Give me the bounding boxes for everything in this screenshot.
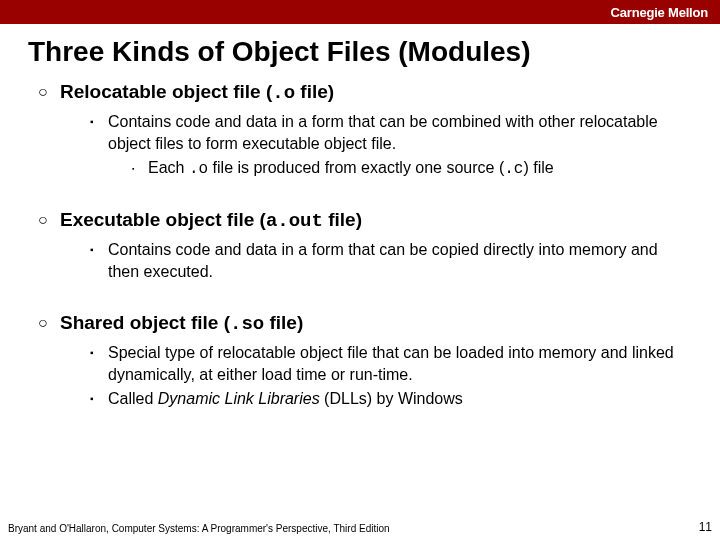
brand-label: Carnegie Mellon [611,5,708,20]
small-square-bullet-icon: ▪ [132,158,148,180]
head-code: .so [230,313,264,335]
bullet-icon: ○ [38,80,60,104]
item-heading: Executable object file (a.out file) [60,208,362,233]
slide: Carnegie Mellon Three Kinds of Object Fi… [0,0,720,540]
sub-item: ▪ Special type of relocatable object fil… [90,342,688,386]
head-pre: Relocatable object file ( [60,81,272,102]
slide-body: ○ Relocatable object file (.o file) ▪ Co… [0,72,720,540]
sub-text: Special type of relocatable object file … [108,342,688,386]
sub-text-wrap: Contains code and data in a form that ca… [108,111,688,180]
square-bullet-icon: ▪ [90,111,108,133]
item-relocatable: ○ Relocatable object file (.o file) ▪ Co… [38,80,688,180]
subsub-text: Each .o file is produced from exactly on… [148,157,554,180]
head-code: a.out [266,210,323,232]
sub-item: ▪ Contains code and data in a form that … [90,239,688,283]
slide-title: Three Kinds of Object Files (Modules) [0,24,720,72]
sub-item: ▪ Called Dynamic Link Libraries (DLLs) b… [90,388,688,410]
header-bar: Carnegie Mellon [0,0,720,24]
item-heading: Relocatable object file (.o file) [60,80,334,105]
sub-text: Called Dynamic Link Libraries (DLLs) by … [108,388,463,410]
footer-attribution: Bryant and O'Hallaron, Computer Systems:… [8,523,390,534]
sub-text: Contains code and data in a form that ca… [108,239,688,283]
item-executable: ○ Executable object file (a.out file) ▪ … [38,208,688,283]
bullet-icon: ○ [38,208,60,232]
head-pre: Shared object file ( [60,312,230,333]
square-bullet-icon: ▪ [90,388,108,410]
item-shared: ○ Shared object file (.so file) ▪ Specia… [38,311,688,410]
square-bullet-icon: ▪ [90,239,108,261]
square-bullet-icon: ▪ [90,342,108,364]
bullet-icon: ○ [38,311,60,335]
page-number: 11 [699,520,712,534]
head-post: file) [295,81,334,102]
subsub-item: ▪ Each .o file is produced from exactly … [132,157,688,180]
item-heading: Shared object file (.so file) [60,311,303,336]
head-post: file) [264,312,303,333]
sub-text: Contains code and data in a form that ca… [108,113,658,152]
head-post: file) [323,209,362,230]
footer: Bryant and O'Hallaron, Computer Systems:… [8,520,712,534]
head-pre: Executable object file ( [60,209,266,230]
sub-item: ▪ Contains code and data in a form that … [90,111,688,180]
head-code: .o [272,82,295,104]
